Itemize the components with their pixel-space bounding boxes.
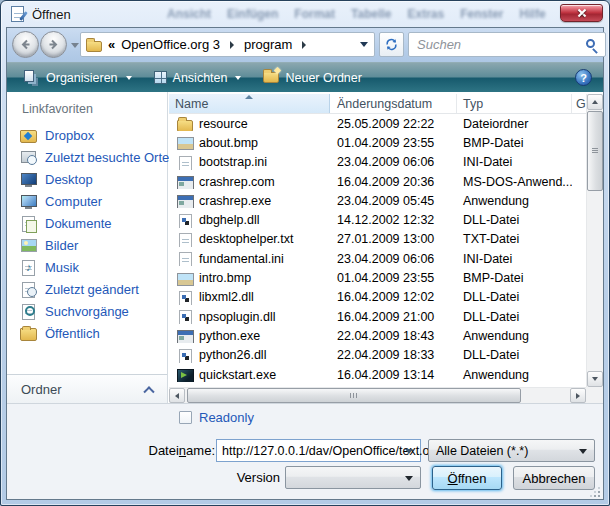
column-header-date[interactable]: Änderungsdatum	[330, 94, 457, 113]
readonly-option: Readonly	[179, 410, 254, 425]
dialog-footer: Readonly Dateiname: http://127.0.0.1/dav…	[7, 403, 603, 499]
organize-button[interactable]: Organisieren	[15, 66, 141, 90]
sidebar-item-recent-places[interactable]: Zuletzt besuchte Orte	[7, 146, 167, 168]
sidebar-item-documents[interactable]: Dokumente	[7, 212, 167, 234]
quickstart-file-icon	[177, 367, 193, 382]
breadcrumb-item-program[interactable]: program	[241, 36, 295, 53]
triangle-down-icon	[592, 377, 598, 381]
dll-file-icon	[177, 213, 193, 228]
organize-icon	[24, 70, 34, 82]
sidebar-item-recently-changed[interactable]: Zuletzt geändert	[7, 278, 167, 300]
file-row[interactable]: intro.bmp 01.04.2009 23:55 BMP-Datei	[169, 268, 586, 287]
file-row[interactable]: python26.dll 22.04.2009 18:33 DLL-Datei	[169, 346, 586, 365]
dialog-client-area: « OpenOffice.org 3 program Suchen	[6, 27, 604, 500]
refresh-button[interactable]	[379, 32, 404, 57]
search-placeholder: Suchen	[417, 37, 461, 52]
search-icon[interactable]	[586, 39, 595, 48]
scrollbar-corner	[586, 387, 603, 403]
forward-button[interactable]	[40, 31, 67, 58]
chevron-down-icon	[579, 449, 587, 454]
vertical-scrollbar-thumb[interactable]	[587, 111, 603, 191]
readonly-label[interactable]: Readonly	[199, 410, 254, 425]
breadcrumb[interactable]: « OpenOffice.org 3 program	[80, 32, 375, 57]
back-button[interactable]	[12, 31, 39, 58]
file-row[interactable]: fundamental.ini 23.04.2009 06:06 INI-Dat…	[169, 249, 586, 268]
version-dropdown[interactable]	[285, 466, 421, 489]
scroll-right-button[interactable]	[570, 388, 586, 403]
file-row[interactable]: crashrep.com 16.04.2009 20:36 MS-DOS-Anw…	[169, 172, 586, 191]
resize-grip[interactable]	[589, 486, 600, 497]
cancel-button[interactable]: Abbrechen	[513, 466, 595, 490]
sidebar-item-dropbox[interactable]: Dropbox	[7, 124, 167, 146]
text-file-icon	[177, 232, 193, 247]
open-button[interactable]: Öffnen	[432, 466, 502, 490]
file-row[interactable]: quickstart.exe 16.04.2009 13:14 Anwendun…	[169, 365, 586, 384]
folders-expander[interactable]: Ordner	[7, 374, 167, 403]
triangle-left-icon	[175, 393, 179, 399]
views-button[interactable]: Ansichten	[145, 66, 251, 90]
new-folder-label: Neuer Ordner	[285, 71, 361, 85]
chevron-up-icon	[143, 386, 154, 397]
triangle-right-icon	[576, 393, 580, 399]
recent-pages-dropdown[interactable]	[71, 43, 79, 48]
new-folder-button[interactable]: Neuer Ordner	[254, 66, 370, 90]
pictures-icon	[20, 237, 37, 253]
searches-icon	[20, 303, 37, 319]
help-button[interactable]: ?	[575, 69, 592, 86]
column-header-type[interactable]: Typ	[457, 94, 572, 113]
column-header-size[interactable]: G	[572, 94, 586, 113]
close-button[interactable]	[560, 4, 603, 22]
window-title: Öffnen	[32, 7, 71, 22]
new-folder-icon	[263, 72, 279, 83]
file-list-panel: Name Änderungsdatum Typ G resource 25.05…	[169, 92, 603, 403]
file-row[interactable]: dbghelp.dll 14.12.2002 12:32 DLL-Datei	[169, 210, 586, 229]
breadcrumb-overflow-chevrons[interactable]: «	[108, 37, 115, 52]
titlebar[interactable]: Ansicht Einfügen Format Tabelle Extras F…	[1, 1, 609, 27]
sidebar-item-searches[interactable]: Suchvorgänge	[7, 300, 167, 322]
horizontal-scrollbar[interactable]	[169, 387, 586, 403]
vertical-scrollbar[interactable]	[586, 94, 603, 387]
file-row[interactable]: desktophelper.txt 27.01.2009 13:00 TXT-D…	[169, 230, 586, 249]
breadcrumb-separator-icon[interactable]	[230, 41, 234, 49]
public-folder-icon	[20, 325, 37, 341]
scroll-left-button[interactable]	[169, 388, 185, 403]
background-menu-text: Ansicht Einfügen Format Tabelle Extras F…	[167, 7, 546, 21]
scroll-up-button[interactable]	[587, 94, 603, 110]
dll-file-icon	[177, 290, 193, 305]
chevron-down-icon[interactable]	[405, 449, 413, 454]
breadcrumb-separator-icon[interactable]	[302, 41, 306, 49]
dll-file-icon	[177, 309, 193, 324]
recently-changed-icon	[20, 281, 37, 297]
file-row[interactable]: resource 25.05.2009 22:22 Dateiordner	[169, 114, 586, 133]
favorites-list: Dropbox Zuletzt besuchte Orte Desktop Co…	[7, 124, 167, 344]
sidebar-item-computer[interactable]: Computer	[7, 190, 167, 212]
arrow-right-icon	[47, 38, 60, 51]
sidebar-item-pictures[interactable]: Bilder	[7, 234, 167, 256]
file-row[interactable]: libxml2.dll 16.04.2009 12:02 DLL-Datei	[169, 288, 586, 307]
file-row[interactable]: crashrep.exe 23.04.2009 05:45 Anwendung	[169, 191, 586, 210]
file-row[interactable]: npsoplugin.dll 16.04.2009 21:00 DLL-Date…	[169, 307, 586, 326]
sidebar-item-desktop[interactable]: Desktop	[7, 168, 167, 190]
address-dropdown-button[interactable]	[354, 33, 374, 56]
breadcrumb-item-openoffice[interactable]: OpenOffice.org 3	[118, 36, 223, 53]
filetype-dropdown[interactable]: Alle Dateien (*.*)	[428, 439, 595, 462]
sidebar-item-music[interactable]: Musik	[7, 256, 167, 278]
horizontal-scrollbar-thumb[interactable]	[187, 388, 521, 403]
readonly-checkbox[interactable]	[179, 411, 192, 424]
views-icon	[154, 71, 167, 84]
file-row[interactable]: about.bmp 01.04.2009 23:55 BMP-Datei	[169, 133, 586, 152]
chevron-down-icon	[235, 76, 241, 80]
scroll-down-button[interactable]	[587, 371, 603, 387]
search-input[interactable]: Suchen	[408, 32, 606, 57]
recent-places-icon	[20, 149, 37, 165]
filename-input[interactable]: http://127.0.0.1/dav/OpenOffice/text.odt	[216, 439, 421, 462]
sidebar-item-public[interactable]: Öffentlich	[7, 322, 167, 344]
file-row[interactable]: bootstrap.ini 23.04.2009 06:06 INI-Datei	[169, 153, 586, 172]
file-row[interactable]: python.exe 22.04.2009 18:43 Anwendung	[169, 326, 586, 345]
column-header-name[interactable]: Name	[169, 94, 330, 113]
chevron-down-icon	[360, 42, 368, 47]
folder-icon	[177, 116, 193, 131]
documents-icon	[20, 215, 37, 231]
refresh-icon	[384, 37, 399, 52]
column-headers: Name Änderungsdatum Typ G	[169, 94, 586, 114]
